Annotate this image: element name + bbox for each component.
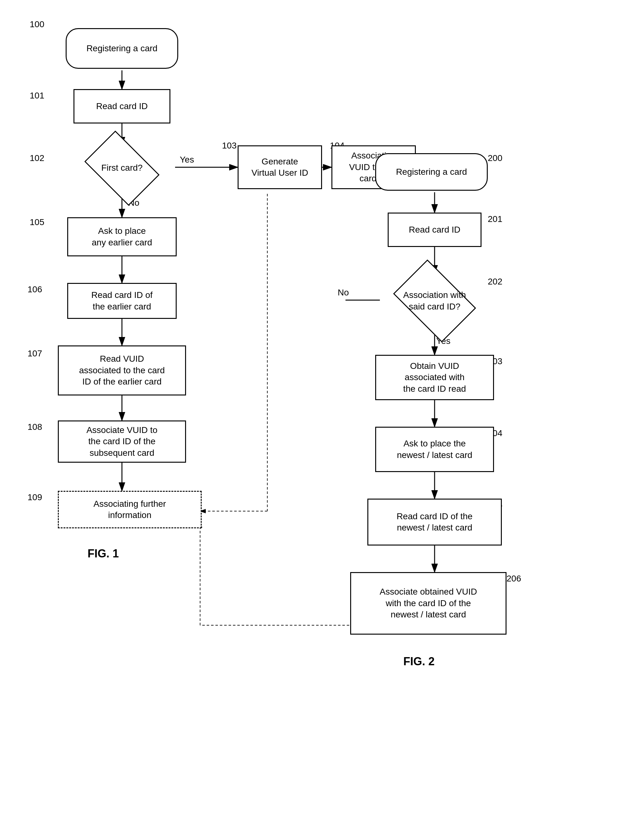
node-200: Registering a card — [375, 153, 488, 191]
ref-109: 109 — [27, 492, 42, 502]
node-107: Read VUID associated to the card ID of t… — [58, 346, 186, 395]
node-109: Associating further information — [58, 491, 202, 528]
ref-206: 206 — [507, 574, 521, 584]
svg-text:No: No — [338, 288, 349, 297]
node-204: Ask to place the newest / latest card — [375, 427, 494, 472]
ref-103: 103 — [222, 141, 237, 151]
ref-105: 105 — [30, 217, 44, 227]
node-202: Association with said card ID? — [380, 273, 489, 328]
node-201: Read card ID — [388, 213, 482, 247]
ref-107: 107 — [27, 349, 42, 359]
ref-100: 100 — [30, 20, 44, 29]
node-101: Read card ID — [74, 89, 170, 123]
node-103: Generate Virtual User ID — [238, 145, 322, 189]
diagram-container: Yes No Yes No 100 Registering a card 101… — [0, 0, 620, 840]
ref-201: 201 — [488, 214, 503, 224]
ref-106: 106 — [27, 284, 42, 295]
ref-108: 108 — [27, 422, 42, 432]
node-106: Read card ID of the earlier card — [67, 283, 177, 319]
ref-200: 200 — [488, 153, 503, 163]
svg-text:Yes: Yes — [180, 155, 194, 164]
node-108: Associate VUID to the card ID of the sub… — [58, 421, 186, 463]
node-100: Registering a card — [66, 28, 178, 69]
arrows-svg: Yes No Yes No — [0, 0, 620, 840]
node-206: Associate obtained VUID with the card ID… — [350, 572, 507, 635]
node-203: Obtain VUID associated with the card ID … — [375, 355, 494, 400]
node-205: Read card ID of the newest / latest card — [367, 499, 502, 545]
fig1-label: FIG. 1 — [87, 547, 119, 560]
ref-202: 202 — [488, 276, 503, 287]
ref-102: 102 — [30, 153, 44, 163]
node-102: First card? — [69, 145, 175, 191]
ref-101: 101 — [30, 91, 44, 101]
node-105: Ask to place any earlier card — [67, 217, 177, 256]
fig2-label: FIG. 2 — [403, 655, 435, 668]
